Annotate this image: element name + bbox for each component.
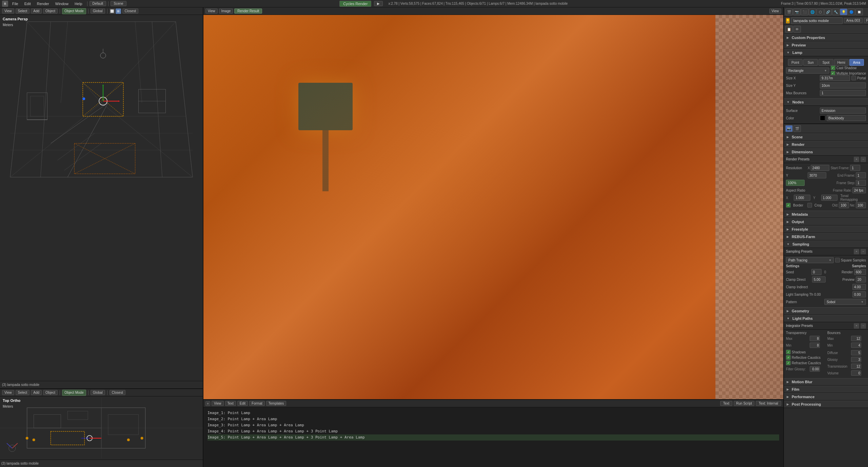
add-btn[interactable]: Add <box>31 8 42 14</box>
rebus-section[interactable]: ▶ REBUS-Farm <box>784 233 868 240</box>
view-btn-b[interactable]: View <box>2 390 14 395</box>
texture-icon[interactable]: 🔲 <box>855 8 863 15</box>
max-bounces-value[interactable]: 1 <box>820 90 866 96</box>
custom-prop-icon[interactable]: 📋 <box>785 26 793 33</box>
custom-properties-section[interactable]: ▶ Custom Properties <box>784 34 868 41</box>
te-icon[interactable]: ≡ <box>205 401 210 406</box>
color-swatch[interactable] <box>820 115 825 121</box>
int-presets-add[interactable]: + <box>854 323 859 329</box>
object-btn[interactable]: Object <box>43 8 58 14</box>
object-icon[interactable]: ⬡ <box>816 8 824 15</box>
object-btn-b[interactable]: Object <box>43 390 58 395</box>
closest-btn-b[interactable]: Closest <box>110 390 125 395</box>
sampling-presets-add[interactable]: + <box>854 249 859 254</box>
text-editor-content[interactable]: Image_1: Point Lamp Image_2: Point Lamp … <box>203 407 783 467</box>
select-btn-b[interactable]: Select <box>16 390 30 395</box>
aspect-x-input[interactable]: 1.000 <box>794 195 810 201</box>
scene-section[interactable]: ▶ Scene <box>784 133 868 141</box>
render-icon[interactable]: 📷 <box>793 8 801 15</box>
start-frame-input[interactable]: 1 <box>850 165 860 171</box>
lamp-type-area[interactable]: Area <box>849 59 864 66</box>
render-section-header[interactable]: ▶ Render <box>784 141 868 148</box>
layers-icon[interactable]: ⬛ <box>801 8 808 15</box>
portal-cb[interactable] <box>851 76 856 80</box>
preview-section[interactable]: ▶ Preview <box>784 41 868 49</box>
te-format-btn[interactable]: Format <box>249 401 265 406</box>
scene-selector[interactable]: Scene <box>111 1 126 6</box>
res-pct-input[interactable]: 100% <box>786 180 805 186</box>
te-text-btn[interactable]: Text <box>225 401 236 406</box>
preview-input[interactable]: 20 <box>856 276 866 283</box>
modifiers-icon[interactable]: 🔧 <box>832 8 840 15</box>
refractive-caustics-cb[interactable]: ✓ <box>786 361 791 365</box>
view-btn-r[interactable]: View <box>205 8 218 14</box>
render-prop-icon[interactable]: 📷 <box>785 125 793 132</box>
material-icon[interactable]: 🔵 <box>848 8 855 15</box>
global-btn-b[interactable]: Global <box>91 390 105 395</box>
shape-selector[interactable]: Rectangle ▼ <box>786 67 829 74</box>
lamp-type-spot[interactable]: Spot <box>818 59 833 66</box>
aspect-y-input[interactable]: 1.000 <box>821 195 838 201</box>
render-result-btn[interactable]: Render Result <box>234 8 262 14</box>
geometry-section[interactable]: ▶ Geometry <box>784 307 868 315</box>
film-section[interactable]: ▶ Film <box>784 386 868 393</box>
glossy-val[interactable]: 3 <box>851 357 861 362</box>
dimensions-section-header[interactable]: ▶ Dimensions <box>784 148 868 156</box>
render-samples-input[interactable]: 600 <box>854 269 866 275</box>
menu-render[interactable]: Render <box>34 1 52 6</box>
preview-icon[interactable]: 👁 <box>793 26 801 33</box>
data-icon[interactable]: 💡 <box>840 8 847 15</box>
square-samples-cb[interactable] <box>835 258 840 262</box>
freestyle-section[interactable]: ▶ Freestyle <box>784 226 868 233</box>
viewport-wire-icon[interactable]: ⊞ <box>116 8 121 14</box>
performance-section[interactable]: ▶ Performance <box>784 393 868 401</box>
nodes-section-header[interactable]: ▼ Nodes <box>784 98 868 106</box>
menu-file[interactable]: File <box>9 1 21 6</box>
constraints-icon[interactable]: 🔗 <box>824 8 832 15</box>
trans-min-val[interactable]: 8 <box>810 343 820 348</box>
object-name-input[interactable] <box>791 17 843 24</box>
post-processing-section[interactable]: ▶ Post Processing <box>784 401 868 408</box>
lamp-type-sun[interactable]: Sun <box>803 59 818 66</box>
menu-edit[interactable]: Edit <box>22 1 34 6</box>
mode-selector[interactable]: Object Mode <box>62 8 86 14</box>
clamp-direct-input[interactable]: 5.00 <box>812 276 826 283</box>
workspace-selector[interactable]: Default <box>90 1 106 6</box>
ne-input[interactable]: 100 <box>856 202 866 208</box>
te-view-btn[interactable]: View <box>212 401 224 406</box>
frame-step-input[interactable]: 1 <box>856 180 866 186</box>
int-presets-remove[interactable]: − <box>861 323 866 329</box>
size-y-value[interactable]: 10cm <box>820 82 866 89</box>
scene-icon[interactable]: 🎬 <box>785 8 793 15</box>
bounces-max-val[interactable]: 12 <box>851 336 861 341</box>
menu-window[interactable]: Window <box>53 1 71 6</box>
scene-prop-icon[interactable]: 🎬 <box>793 125 801 132</box>
te-edit-btn[interactable]: Edit <box>237 401 248 406</box>
sampling-presets-remove[interactable]: − <box>861 249 866 254</box>
lamp-type-hemi[interactable]: Hemi <box>834 59 849 66</box>
color-value[interactable]: Blackbody <box>827 115 866 121</box>
render-engine-btn[interactable]: Cycles Render <box>339 1 371 7</box>
res-y-input[interactable]: 3070 <box>808 172 826 178</box>
reflective-caustics-cb[interactable]: ✓ <box>786 355 791 360</box>
select-btn[interactable]: Select <box>16 8 30 14</box>
te-templates-btn[interactable]: Templates <box>266 401 287 406</box>
lamp-type-point[interactable]: Point <box>788 59 803 66</box>
closest-btn[interactable]: Closest <box>122 8 138 14</box>
method-selector[interactable]: Path Tracing ▼ <box>786 257 834 263</box>
output-section[interactable]: ▶ Output <box>784 218 868 226</box>
te-filename[interactable]: Text <box>720 401 732 406</box>
framerate-input[interactable]: 24 fps <box>852 187 866 193</box>
trans-max-val[interactable]: 8 <box>810 336 820 341</box>
cast-shadow-cb[interactable]: ✓ <box>831 65 835 70</box>
viewport-shade-icon[interactable]: ⬜ <box>110 8 115 14</box>
global-btn[interactable]: Global <box>91 8 105 14</box>
view-btn[interactable]: View <box>2 8 14 14</box>
render-btn[interactable]: ▶ <box>374 1 383 6</box>
shadows-cb[interactable]: ✓ <box>786 350 791 354</box>
diffuse-val[interactable]: 5 <box>851 350 861 355</box>
crop-cb[interactable] <box>807 203 812 208</box>
view-btn-r2[interactable]: View <box>769 8 782 14</box>
add-btn-b[interactable]: Add <box>31 390 42 395</box>
metadata-section[interactable]: ▶ Metadata <box>784 211 868 218</box>
